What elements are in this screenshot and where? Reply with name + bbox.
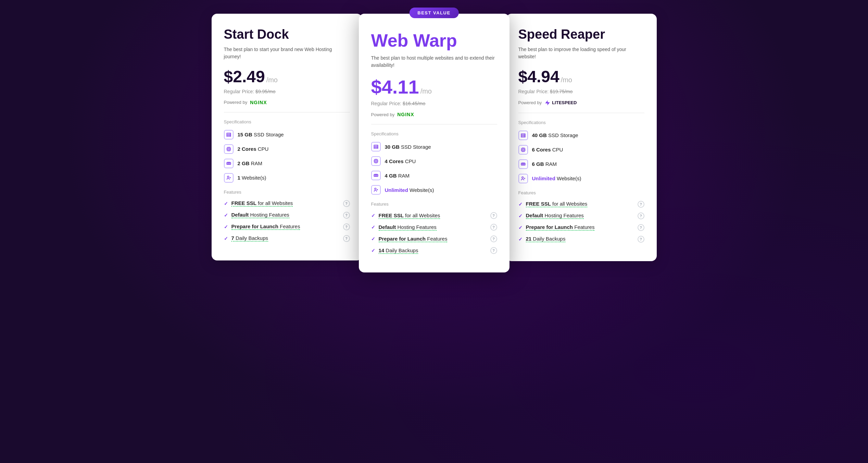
price-row: $2.49 /mo (224, 67, 350, 86)
divider (518, 113, 644, 113)
info-icon[interactable]: ? (638, 201, 644, 208)
feature-text: Default Hosting Features (379, 224, 437, 231)
feature-item: ✓ FREE SSL for all Websites ? (518, 201, 644, 208)
svg-point-31 (377, 145, 377, 146)
spec-icon-storage (224, 130, 234, 139)
svg-point-3 (230, 133, 230, 134)
check-icon: ✓ (224, 236, 228, 241)
feature-left: ✓ FREE SSL for all Websites (371, 212, 440, 219)
svg-point-81 (521, 177, 523, 179)
plan-card-start-dock: Start Dock The best plan to start your b… (212, 14, 362, 260)
info-icon[interactable]: ? (638, 224, 644, 231)
price-row: $4.11 /mo (371, 76, 497, 98)
svg-point-4 (230, 135, 230, 135)
spec-item: 40 GB SSD Storage (518, 131, 644, 140)
svg-rect-7 (228, 148, 229, 150)
regular-price: Regular Price: $16.45/mo (371, 101, 497, 106)
feature-text: Prepare for Launch Features (231, 223, 300, 230)
info-icon[interactable]: ? (343, 223, 350, 230)
feature-left: ✓ Default Hosting Features (371, 224, 437, 231)
feature-text: 7 Daily Backups (231, 235, 268, 242)
check-icon: ✓ (224, 212, 228, 218)
spec-text: 15 GB SSD Storage (238, 132, 284, 137)
check-icon: ✓ (518, 225, 523, 230)
check-icon: ✓ (371, 248, 375, 253)
svg-point-61 (524, 136, 525, 137)
feature-text: 14 Daily Backups (379, 247, 418, 254)
spec-item: 4 GB RAM (371, 171, 497, 180)
spec-item: 2 GB RAM (224, 159, 350, 168)
info-icon[interactable]: ? (343, 200, 350, 207)
price-period: /mo (266, 76, 278, 84)
spec-text: 30 GB SSD Storage (385, 144, 431, 150)
feature-text: FREE SSL for all Websites (379, 212, 440, 219)
feature-item: ✓ FREE SSL for all Websites ? (371, 212, 497, 219)
spec-text: Unlimited Website(s) (385, 187, 434, 193)
plan-card-web-warp: BEST VALUE Web Warp The best plan to hos… (359, 14, 510, 272)
check-icon: ✓ (224, 201, 228, 206)
check-icon: ✓ (224, 224, 228, 230)
feature-left: ✓ Default Hosting Features (518, 212, 584, 219)
info-icon[interactable]: ? (343, 235, 350, 242)
spec-text: Unlimited Website(s) (532, 175, 581, 181)
spec-text: 4 Cores CPU (385, 158, 416, 164)
divider (371, 124, 497, 124)
svg-point-53 (374, 188, 376, 190)
spec-text: 6 GB RAM (532, 161, 557, 167)
powered-by: Powered by NGINX (371, 112, 497, 117)
powered-by-label: Powered by (224, 100, 248, 105)
spec-item: Unlimited Website(s) (371, 185, 497, 195)
price-period: /mo (561, 76, 572, 84)
svg-rect-6 (227, 147, 230, 150)
feature-item: ✓ 14 Daily Backups ? (371, 247, 497, 254)
feature-item: ✓ Default Hosting Features ? (371, 224, 497, 231)
check-icon: ✓ (371, 224, 375, 230)
feature-left: ✓ 7 Daily Backups (224, 235, 268, 242)
feature-left: ✓ Prepare for Launch Features (224, 223, 300, 230)
plan-desc: The best plan to improve the loading spe… (518, 46, 644, 60)
spec-icon-ram (224, 159, 234, 168)
nginx-logo: NGINX (250, 100, 267, 105)
powered-by-label: Powered by (518, 100, 542, 105)
info-icon[interactable]: ? (490, 224, 497, 231)
svg-point-33 (377, 148, 377, 148)
info-icon[interactable]: ? (490, 212, 497, 219)
feature-left: ✓ FREE SSL for all Websites (224, 200, 293, 207)
spec-item: 2 Cores CPU (224, 144, 350, 154)
plan-title: Speed Reaper (518, 27, 644, 42)
nginx-logo: NGINX (397, 112, 414, 117)
feature-item: ✓ Prepare for Launch Features ? (371, 235, 497, 242)
plan-title: Web Warp (371, 31, 497, 50)
spec-text: 1 Website(s) (238, 175, 266, 181)
spec-icon-storage (518, 131, 528, 140)
svg-rect-62 (521, 148, 525, 151)
svg-rect-34 (374, 160, 377, 163)
spec-item: 6 GB RAM (518, 159, 644, 169)
features-label: Features (224, 190, 350, 195)
feature-left: ✓ Prepare for Launch Features (518, 224, 595, 231)
info-icon[interactable]: ? (638, 212, 644, 219)
info-icon[interactable]: ? (490, 247, 497, 254)
litespeed-logo: LITESPEED (544, 100, 577, 106)
svg-point-5 (230, 136, 230, 136)
feature-text: FREE SSL for all Websites (231, 200, 293, 207)
spec-icon-cpu (224, 144, 234, 154)
powered-by: Powered by LITESPEED (518, 100, 644, 106)
feature-item: ✓ 7 Daily Backups ? (224, 235, 350, 242)
spec-item: 6 Cores CPU (518, 145, 644, 155)
plan-card-speed-reaper: Speed Reaper The best plan to improve th… (506, 14, 657, 261)
check-icon: ✓ (518, 213, 523, 219)
feature-left: ✓ FREE SSL for all Websites (518, 201, 588, 207)
info-icon[interactable]: ? (343, 212, 350, 219)
info-icon[interactable]: ? (638, 236, 644, 243)
plan-desc: The best plan to start your brand new We… (224, 46, 350, 60)
feature-text: Prepare for Launch Features (526, 224, 595, 231)
powered-by: Powered by NGINX (224, 100, 350, 105)
info-icon[interactable]: ? (490, 235, 497, 242)
spec-icon-sites (518, 174, 528, 183)
regular-price: Regular Price: $19.75/mo (518, 89, 644, 94)
feature-item: ✓ Prepare for Launch Features ? (224, 223, 350, 230)
feature-text: Default Hosting Features (231, 212, 289, 218)
check-icon: ✓ (518, 236, 523, 242)
spec-item: Unlimited Website(s) (518, 174, 644, 183)
